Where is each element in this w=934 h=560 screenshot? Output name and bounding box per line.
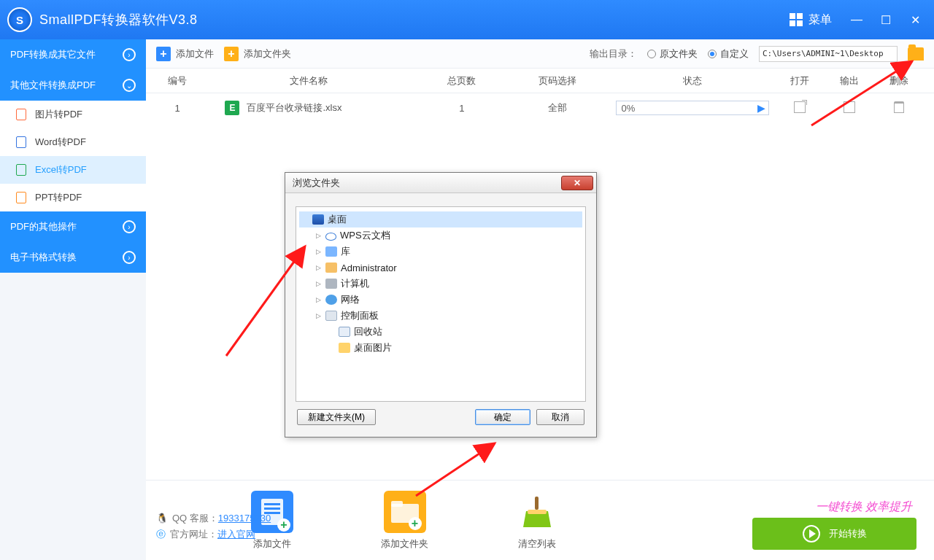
tree-node[interactable]: ▷控制面板 [299, 308, 582, 324]
cell-out[interactable] [825, 101, 874, 115]
sidebar-cat-label: PDF转换成其它文件 [10, 48, 96, 61]
radio-source-folder[interactable]: 原文件夹 [647, 47, 698, 61]
table-row: 1 E 百度平台收录链接.xlsx 1 全部 0% ▶ [146, 93, 934, 122]
button-label: 添加文件 [176, 47, 214, 61]
globe-icon: ⓔ [156, 529, 166, 540]
progress-bar[interactable]: 0% ▶ [616, 101, 769, 115]
tree-node-label: 网络 [341, 293, 360, 306]
net-icon [325, 295, 337, 305]
ctrl-icon [325, 311, 337, 321]
expand-icon[interactable] [328, 329, 335, 335]
col-del: 删除 [874, 74, 924, 88]
cancel-button[interactable]: 取消 [536, 409, 584, 425]
col-sel: 页码选择 [504, 74, 611, 88]
ok-button[interactable]: 确定 [475, 409, 530, 425]
minimize-button[interactable]: — [842, 0, 871, 39]
sidebar-item-label: 图片转PDF [35, 108, 82, 121]
cloud-icon [325, 233, 336, 241]
sidebar-cat-label: 电子书格式转换 [10, 251, 77, 264]
sidebar-cat-ebook[interactable]: 电子书格式转换 › [0, 242, 146, 273]
file-icon [16, 109, 26, 120]
col-name: 文件名称 [198, 74, 419, 88]
dialog-title: 浏览文件夹 [293, 176, 340, 190]
desktop-icon [312, 214, 324, 225]
tree-node[interactable]: ▷网络 [299, 292, 582, 308]
radio-custom-folder[interactable]: 自定义 [708, 47, 749, 61]
big-clear-list-button[interactable]: 清空列表 [516, 491, 558, 551]
file-icon [16, 164, 26, 176]
close-button[interactable]: ✕ [900, 0, 930, 39]
site-link[interactable]: 进入官网 [217, 529, 255, 540]
tree-node[interactable]: 桌面图片 [299, 340, 582, 356]
oneclick-text: 一键转换 效率提升 [816, 499, 912, 515]
svg-rect-2 [264, 508, 280, 510]
progress-text: 0% [621, 103, 635, 114]
sidebar-item-label: Excel转PDF [35, 163, 87, 176]
sidebar-cat-label: PDF的其他操作 [10, 220, 77, 233]
dialog-close-button[interactable]: ✕ [561, 176, 593, 190]
button-label: 添加文件夹 [381, 537, 428, 551]
toolbar: +添加文件 +添加文件夹 输出目录： 原文件夹 自定义 C:\Users\ADM… [146, 39, 934, 69]
sidebar-item-ppt-to-pdf[interactable]: PPT转PDF [0, 184, 146, 211]
cell-status: 0% ▶ [611, 101, 774, 115]
cell-del[interactable] [874, 101, 924, 115]
chevron-right-icon: › [123, 48, 136, 61]
col-out: 输出 [825, 74, 874, 88]
svg-rect-7 [528, 510, 547, 514]
qq-link[interactable]: 1933175230 [218, 513, 271, 524]
sidebar-cat-pdf-other-ops[interactable]: PDF的其他操作 › [0, 211, 146, 242]
tree-node-label: 控制面板 [341, 309, 379, 322]
qq-label: QQ 客服： [172, 513, 218, 524]
output-path-input[interactable]: C:\Users\ADMINI~1\Desktop [759, 46, 898, 62]
expand-icon[interactable] [328, 345, 335, 351]
sidebar-item-excel-to-pdf[interactable]: Excel转PDF [0, 156, 146, 184]
sidebar-item-label: Word转PDF [35, 136, 86, 149]
expand-icon[interactable]: ▷ [315, 265, 322, 271]
sidebar-item-image-to-pdf[interactable]: 图片转PDF [0, 101, 146, 128]
sidebar-item-word-to-pdf[interactable]: Word转PDF [0, 128, 146, 156]
tree-node[interactable]: ▷WPS云文档 [299, 228, 582, 244]
radio-icon [647, 50, 656, 58]
sidebar-cat-pdf-to-other[interactable]: PDF转换成其它文件 › [0, 39, 146, 70]
button-label: 清空列表 [518, 537, 556, 551]
play-circle-icon [803, 525, 820, 542]
cell-num: 1 [156, 103, 198, 114]
expand-icon[interactable]: ▷ [315, 281, 322, 287]
expand-icon[interactable]: ▷ [315, 297, 322, 303]
expand-icon[interactable] [302, 217, 309, 223]
expand-icon[interactable]: ▷ [315, 233, 322, 239]
add-folder-icon [384, 491, 426, 533]
tree-node[interactable]: 回收站 [299, 324, 582, 340]
sidebar-cat-label: 其他文件转换成PDF [10, 79, 96, 92]
big-add-folder-button[interactable]: 添加文件夹 [381, 491, 428, 551]
tree-node[interactable]: ▷库 [299, 244, 582, 260]
cell-open[interactable] [774, 101, 824, 115]
start-convert-button[interactable]: 开始转换 [752, 518, 916, 550]
clear-icon [516, 491, 558, 533]
add-file-button[interactable]: +添加文件 [156, 47, 214, 61]
expand-icon[interactable]: ▷ [315, 249, 322, 255]
bin-icon [339, 327, 350, 337]
file-icon [16, 192, 26, 203]
menu-grid-icon [790, 13, 803, 26]
browse-folder-icon[interactable] [908, 47, 924, 61]
tree-node[interactable]: ▷Administrator [299, 260, 582, 276]
play-icon[interactable]: ▶ [757, 102, 765, 114]
svg-rect-5 [391, 501, 403, 507]
menu-button[interactable]: 菜单 [779, 0, 842, 39]
tree-node[interactable]: 桌面 [299, 211, 582, 228]
tree-node[interactable]: ▷计算机 [299, 276, 582, 292]
maximize-button[interactable]: ☐ [871, 0, 900, 39]
expand-icon[interactable]: ▷ [315, 313, 322, 319]
tree-node-label: 库 [341, 245, 350, 258]
folder-tree[interactable]: 桌面▷WPS云文档▷库▷Administrator▷计算机▷网络▷控制面板回收站… [296, 206, 586, 402]
cell-sel[interactable]: 全部 [504, 101, 611, 114]
app-logo-icon: S [7, 7, 32, 32]
button-label: 添加文件夹 [244, 47, 291, 61]
add-folder-button[interactable]: +添加文件夹 [224, 47, 291, 61]
radio-label: 原文件夹 [660, 47, 698, 61]
excel-file-icon: E [225, 101, 239, 115]
new-folder-button[interactable]: 新建文件夹(M) [297, 409, 376, 425]
sidebar-cat-other-to-pdf[interactable]: 其他文件转换成PDF ⌄ [0, 70, 146, 101]
dialog-titlebar[interactable]: 浏览文件夹 ✕ [285, 173, 596, 193]
